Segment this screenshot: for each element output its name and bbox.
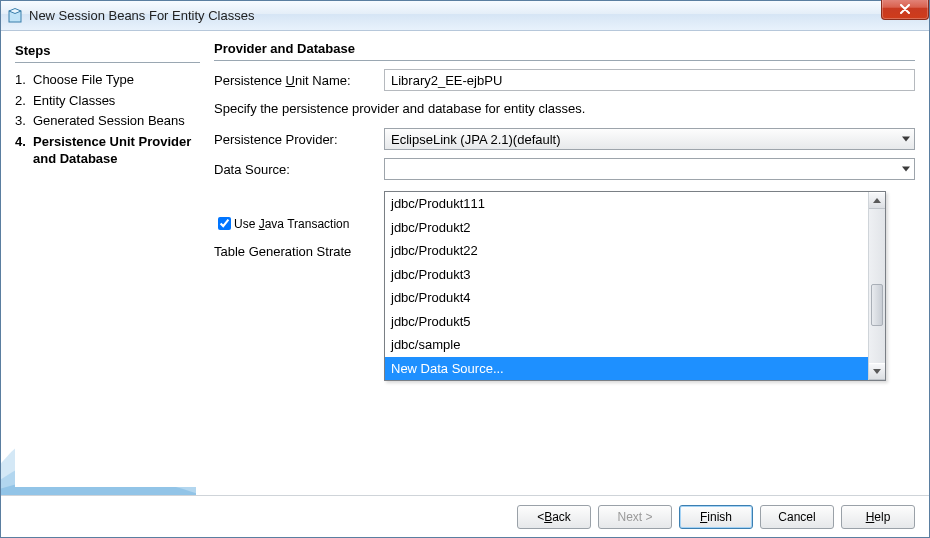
cancel-button[interactable]: Cancel: [760, 505, 834, 529]
provider-label: Persistence Provider:: [214, 132, 384, 147]
form-description: Specify the persistence provider and dat…: [214, 101, 915, 116]
steps-panel: Steps 1.Choose File Type 2.Entity Classe…: [15, 41, 200, 487]
dropdown-option[interactable]: jdbc/sample: [385, 333, 868, 357]
scroll-track[interactable]: [869, 209, 885, 363]
steps-divider: [15, 62, 200, 63]
help-button[interactable]: Help: [841, 505, 915, 529]
form-panel: Provider and Database Persistence Unit N…: [214, 41, 915, 487]
app-icon: [7, 8, 23, 24]
datasource-dropdown[interactable]: jdbc/Produkt111 jdbc/Produkt2 jdbc/Produ…: [384, 191, 886, 381]
pu-name-label: Persistence Unit Name:: [214, 73, 384, 88]
scroll-up-button[interactable]: [869, 192, 885, 209]
chevron-down-icon: [873, 369, 881, 374]
datasource-row: Data Source:: [214, 158, 915, 180]
dropdown-option[interactable]: jdbc/Produkt2: [385, 216, 868, 240]
dropdown-option[interactable]: jdbc/Produkt3: [385, 263, 868, 287]
chevron-down-icon: [902, 137, 910, 142]
pu-name-row: Persistence Unit Name:: [214, 69, 915, 91]
dialog-body: Steps 1.Choose File Type 2.Entity Classe…: [1, 31, 929, 495]
provider-value: EclipseLink (JPA 2.1)(default): [391, 132, 561, 147]
jta-checkbox[interactable]: [218, 217, 231, 230]
steps-list: 1.Choose File Type 2.Entity Classes 3.Ge…: [15, 71, 200, 168]
steps-header: Steps: [15, 43, 200, 58]
step-item: 1.Choose File Type: [15, 71, 200, 89]
back-button[interactable]: < Back: [517, 505, 591, 529]
jta-label: Use Java Transaction: [234, 217, 349, 231]
dropdown-option-selected[interactable]: New Data Source...: [385, 357, 868, 381]
table-gen-label: Table Generation Strate: [214, 244, 351, 259]
dropdown-option[interactable]: jdbc/Produkt22: [385, 239, 868, 263]
form-header: Provider and Database: [214, 41, 915, 56]
chevron-down-icon: [902, 167, 910, 172]
dialog-window: New Session Beans For Entity Classes Ste…: [0, 0, 930, 538]
step-item: 3.Generated Session Beans: [15, 112, 200, 130]
scroll-down-button[interactable]: [869, 363, 885, 380]
datasource-combo[interactable]: [384, 158, 915, 180]
chevron-up-icon: [873, 198, 881, 203]
datasource-label: Data Source:: [214, 162, 384, 177]
jta-row: Use Java Transaction: [214, 214, 349, 233]
next-button: Next >: [598, 505, 672, 529]
step-item: 2.Entity Classes: [15, 92, 200, 110]
titlebar: New Session Beans For Entity Classes: [1, 1, 929, 31]
button-bar: < Back Next > Finish Cancel Help: [1, 495, 929, 537]
dropdown-scrollbar[interactable]: [868, 192, 885, 380]
dropdown-option[interactable]: jdbc/Produkt5: [385, 310, 868, 334]
pu-name-input[interactable]: [384, 69, 915, 91]
dropdown-option[interactable]: jdbc/Produkt4: [385, 286, 868, 310]
dropdown-option[interactable]: jdbc/Produkt111: [385, 192, 868, 216]
provider-row: Persistence Provider: EclipseLink (JPA 2…: [214, 128, 915, 150]
scroll-thumb[interactable]: [871, 284, 883, 326]
close-button[interactable]: [881, 0, 929, 20]
provider-combo[interactable]: EclipseLink (JPA 2.1)(default): [384, 128, 915, 150]
window-title: New Session Beans For Entity Classes: [29, 8, 254, 23]
finish-button[interactable]: Finish: [679, 505, 753, 529]
step-item-current: 4.Persistence Unit Provider and Database: [15, 133, 200, 168]
form-divider: [214, 60, 915, 61]
dropdown-options: jdbc/Produkt111 jdbc/Produkt2 jdbc/Produ…: [385, 192, 868, 380]
